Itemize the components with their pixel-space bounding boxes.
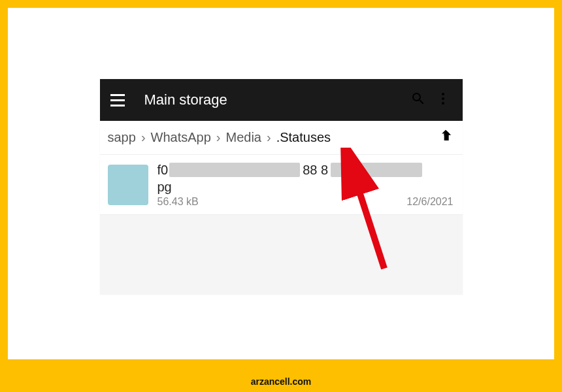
file-name-prefix: f0 — [157, 163, 169, 178]
file-date: 12/6/2021 — [406, 196, 453, 208]
search-icon[interactable] — [410, 91, 426, 109]
chevron-right-icon: › — [267, 130, 271, 145]
file-list: f0 88 8 pg 56.43 kB 12/6/2021 — [100, 155, 463, 215]
menu-icon[interactable] — [110, 92, 126, 108]
file-name: f0 88 8 — [157, 161, 454, 178]
file-size: 56.43 kB — [157, 196, 199, 208]
breadcrumb-item[interactable]: Media — [225, 130, 261, 145]
file-extension: pg — [157, 180, 454, 195]
file-thumbnail — [108, 165, 148, 205]
svg-point-2 — [442, 102, 444, 105]
breadcrumb-item[interactable]: WhatsApp — [151, 130, 211, 145]
inner-frame: Main storage sapp › WhatsApp › Media › .… — [8, 8, 554, 359]
file-manager-screen: Main storage sapp › WhatsApp › Media › .… — [100, 79, 463, 295]
svg-point-0 — [442, 93, 444, 95]
app-title: Main storage — [144, 91, 399, 108]
outer-frame: Main storage sapp › WhatsApp › Media › .… — [0, 0, 562, 392]
watermark: arzancell.com — [251, 376, 312, 387]
breadcrumb-path[interactable]: sapp › WhatsApp › Media › .Statuses — [108, 130, 431, 145]
breadcrumb-item[interactable]: sapp — [108, 130, 136, 145]
file-row[interactable]: f0 88 8 pg 56.43 kB 12/6/2021 — [100, 155, 463, 215]
breadcrumb-item-current: .Statuses — [276, 130, 331, 145]
up-icon[interactable] — [437, 127, 455, 148]
breadcrumb: sapp › WhatsApp › Media › .Statuses — [100, 121, 463, 155]
app-bar: Main storage — [100, 79, 463, 121]
file-info: f0 88 8 pg 56.43 kB 12/6/2021 — [157, 161, 454, 208]
svg-point-1 — [442, 97, 444, 100]
redacted-segment — [331, 163, 422, 177]
more-icon[interactable] — [435, 91, 451, 109]
file-name-mid: 88 8 — [303, 163, 328, 178]
chevron-right-icon: › — [141, 130, 146, 145]
chevron-right-icon: › — [216, 130, 221, 145]
redacted-segment — [169, 163, 300, 177]
